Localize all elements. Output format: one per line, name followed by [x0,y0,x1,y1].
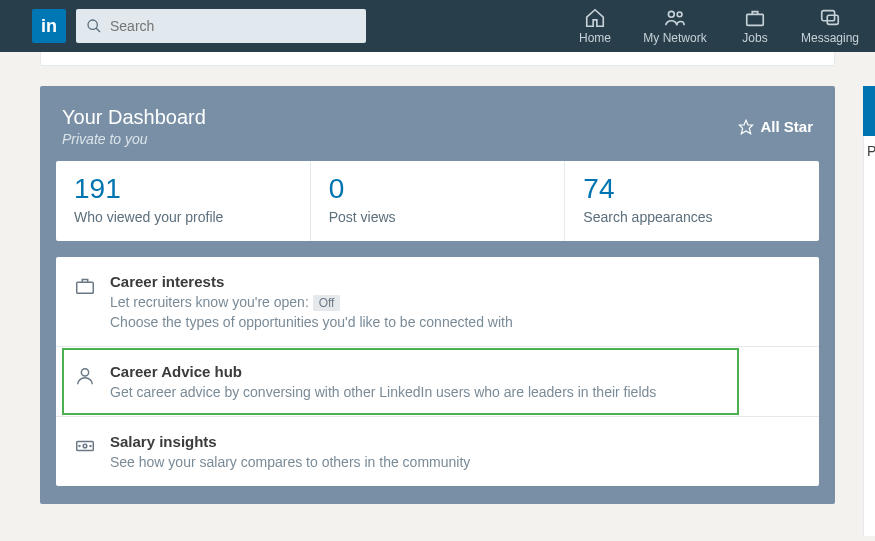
svg-rect-8 [77,282,94,293]
search-input[interactable] [110,18,356,34]
svg-point-3 [677,12,682,17]
toggle-prefix: Let recruiters know you're open: [110,294,309,310]
nav-label: Messaging [801,31,859,45]
open-to-recruiters-toggle[interactable]: Off [313,295,341,311]
briefcase-icon [744,7,766,29]
svg-line-1 [96,28,100,32]
profile-card-bottom [40,52,835,66]
nav-label: My Network [643,31,706,45]
stat-label: Post views [329,209,547,225]
row-desc: Get career advice by conversing with oth… [110,384,801,400]
row-salary-insights[interactable]: Salary insights See how your salary comp… [56,417,819,486]
sidebar-hint-char: P [867,143,875,159]
dashboard-subtitle: Private to you [62,131,206,147]
nav-network[interactable]: My Network [635,0,715,52]
svg-point-9 [81,369,88,376]
profile-strength-badge[interactable]: All Star [738,118,813,135]
dashboard-panel: Your Dashboard Private to you All Star 1… [40,86,835,504]
row-title-text: Career interests [110,273,224,290]
stat-search-appearances[interactable]: 74 Search appearances [565,161,819,241]
nav-label: Jobs [742,31,767,45]
dashboard-list: Career interests Let recruiters know you… [56,257,819,486]
row-desc: Choose the types of opportunities you'd … [110,314,801,330]
nav-messaging[interactable]: Messaging [795,0,865,52]
dashboard-title: Your Dashboard [62,106,206,129]
nav-home[interactable]: Home [555,0,635,52]
sidebar-card-sliver: P [863,136,875,536]
search-box[interactable] [76,9,366,43]
stat-value: 191 [74,175,292,203]
row-title-text: Salary insights [110,433,217,450]
stat-post-views[interactable]: 0 Post views [311,161,566,241]
star-icon [738,119,754,135]
stat-value: 0 [329,175,547,203]
home-icon [584,7,606,29]
svg-point-0 [88,20,97,29]
dashboard-header: Your Dashboard Private to you All Star [56,102,819,147]
svg-point-2 [668,11,674,17]
row-title-text: Career Advice hub [110,363,242,380]
stat-profile-views[interactable]: 191 Who viewed your profile [56,161,311,241]
svg-point-11 [83,444,87,448]
svg-marker-7 [740,120,753,133]
search-icon [86,18,102,34]
people-icon [663,7,687,29]
linkedin-logo[interactable]: in [32,9,66,43]
svg-point-13 [90,446,91,447]
money-icon [74,435,96,457]
stat-label: Who viewed your profile [74,209,292,225]
svg-rect-4 [747,14,764,25]
nav-label: Home [579,31,611,45]
person-icon [74,365,96,387]
svg-rect-6 [827,15,838,24]
stat-label: Search appearances [583,209,801,225]
briefcase-icon [74,275,96,297]
messaging-icon [819,7,841,29]
dashboard-stats: 191 Who viewed your profile 0 Post views… [56,161,819,241]
row-career-interests[interactable]: Career interests Let recruiters know you… [56,257,819,347]
row-desc: See how your salary compares to others i… [110,454,801,470]
sidebar-promo-sliver [863,86,875,136]
nav-jobs[interactable]: Jobs [715,0,795,52]
row-career-advice-hub[interactable]: Career Advice hub Get career advice by c… [56,347,819,417]
right-sidebar-sliver: P [863,86,875,541]
badge-label: All Star [760,118,813,135]
svg-point-12 [79,446,80,447]
nav-items: Home My Network Jobs Messaging [555,0,865,52]
top-nav: in Home My Network Jobs Messaging [0,0,875,52]
stat-value: 74 [583,175,801,203]
